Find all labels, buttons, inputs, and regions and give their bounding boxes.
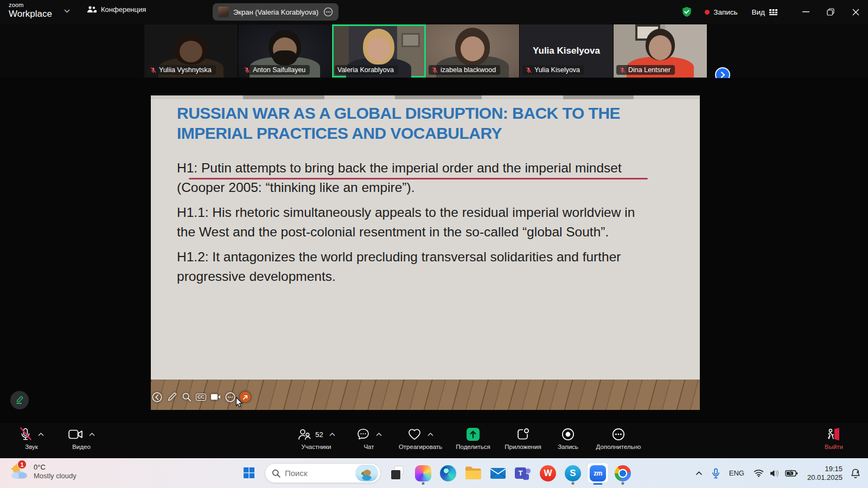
- slide-title: RUSSIAN WAR AS A GLOBAL DISRUPTION: BACK…: [177, 103, 671, 143]
- meeting-controls-bar: Звук Видео 52 Участники Чат: [0, 423, 868, 458]
- view-grid-icon: [769, 9, 778, 16]
- notification-bell-icon[interactable]: [851, 468, 860, 479]
- wifi-icon[interactable]: [754, 469, 764, 477]
- zoom-workplace-logo: zoom Workplace: [9, 2, 52, 18]
- windows-logo-icon: [243, 467, 255, 479]
- logo-workplace-text: Workplace: [9, 9, 52, 18]
- taskbar-app-teams[interactable]: T: [510, 461, 535, 485]
- close-button[interactable]: [843, 0, 868, 24]
- record-icon: [561, 427, 575, 441]
- muted-mic-icon: [525, 67, 532, 74]
- chat-icon: [356, 428, 370, 441]
- chrome-icon: [615, 465, 631, 481]
- people-icon: [87, 5, 97, 14]
- weather-icon: 1: [10, 462, 29, 480]
- copilot-icon: [415, 465, 431, 481]
- muted-mic-icon: [244, 67, 251, 74]
- video-strip: Yuliia Vyshnytska Anton Saifullayeu: [0, 24, 868, 78]
- chat-options-chevron[interactable]: [376, 433, 382, 436]
- more-button[interactable]: Дополнительно: [583, 426, 654, 450]
- logo-zoom-text: zoom: [9, 2, 52, 8]
- camera-icon[interactable]: [210, 392, 221, 402]
- audio-options-chevron[interactable]: [38, 433, 44, 436]
- recording-dot-icon: [705, 10, 710, 15]
- share-label: Поделиться: [456, 444, 490, 450]
- participant-tile[interactable]: izabela blackwood: [426, 24, 520, 78]
- start-button[interactable]: [241, 465, 257, 480]
- taskbar-search[interactable]: [265, 463, 381, 483]
- react-label: Отреагировать: [399, 444, 442, 450]
- teams-icon: T: [515, 465, 531, 481]
- video-button[interactable]: Видео: [46, 426, 117, 450]
- restore-icon: [827, 8, 834, 16]
- recording-label: Запись: [713, 8, 737, 16]
- muted-mic-icon: [431, 67, 438, 74]
- language-indicator[interactable]: ENG: [729, 469, 744, 477]
- participants-icon: [297, 428, 311, 441]
- more-icon: [611, 427, 626, 441]
- participant-name: Yuliia Vyshnytska: [159, 66, 212, 74]
- taskbar-app-copilot[interactable]: [411, 461, 436, 485]
- date: 20.01.2025: [807, 473, 843, 482]
- more-options-icon[interactable]: [323, 7, 333, 17]
- taskbar-app-skype[interactable]: S: [560, 461, 585, 485]
- battery-icon[interactable]: [785, 470, 798, 477]
- search-daily-image[interactable]: [355, 465, 378, 481]
- participant-nametag: Yulia Kiselyova: [522, 65, 584, 75]
- taskbar-app-chrome[interactable]: [610, 461, 635, 485]
- previous-slide-button[interactable]: [152, 392, 162, 402]
- weather-temp: 0°C: [34, 463, 76, 471]
- security-shield-icon[interactable]: [681, 6, 693, 18]
- taskbar-app-task-view[interactable]: [386, 461, 411, 485]
- slide-top-crop: [151, 95, 700, 99]
- taskbar-app-edge[interactable]: [436, 461, 461, 485]
- clock[interactable]: 19:15 20.01.2025: [807, 465, 843, 482]
- mail-icon: [490, 466, 506, 480]
- participant-tile[interactable]: Dina Lentsner: [614, 24, 707, 78]
- chevron-down-icon[interactable]: [64, 9, 70, 13]
- video-camera-icon: [68, 429, 83, 440]
- participant-tile-active-speaker[interactable]: Valeria Korablyova: [332, 24, 426, 78]
- tab-shared-screen-label: Экран (Valeria Korablyova): [233, 8, 319, 16]
- participant-tile[interactable]: Yuliia Vyshnytska: [144, 24, 238, 78]
- speaker-icon[interactable]: [769, 469, 780, 478]
- minimize-button[interactable]: [793, 0, 818, 24]
- title-bar: zoom Workplace Конференция Экран (Valeri…: [0, 0, 868, 24]
- participant-tile[interactable]: Anton Saifullayeu: [238, 24, 332, 78]
- taskbar-app-wps[interactable]: W: [535, 461, 560, 485]
- react-options-chevron[interactable]: [427, 433, 433, 436]
- taskbar-app-mail[interactable]: [486, 461, 510, 485]
- windows-taskbar: 1 0°C Mostly cloudy: [0, 458, 868, 488]
- search-icon: [272, 469, 280, 478]
- annotate-button[interactable]: [10, 391, 29, 409]
- participants-count: 52: [315, 431, 323, 439]
- taskbar-app-zoom-active[interactable]: zm: [585, 461, 610, 485]
- chat-label: Чат: [363, 444, 374, 450]
- view-label: Вид: [752, 8, 765, 16]
- participant-tile-video-off[interactable]: Yulia Kiselyova Yulia Kiselyova: [520, 24, 614, 78]
- share-screen-icon: [466, 427, 480, 441]
- taskbar-app-file-explorer[interactable]: [461, 461, 486, 485]
- tab-shared-screen[interactable]: Экран (Valeria Korablyova): [213, 3, 339, 21]
- weather-widget[interactable]: 1 0°C Mostly cloudy: [10, 462, 76, 480]
- zoom-tool-icon[interactable]: [181, 392, 192, 402]
- participant-nametag: Anton Saifullayeu: [241, 65, 310, 75]
- captions-icon[interactable]: CC: [196, 392, 206, 402]
- view-button[interactable]: Вид: [752, 8, 778, 16]
- restore-button[interactable]: [818, 0, 843, 24]
- video-options-chevron[interactable]: [89, 433, 95, 436]
- annotation-underline: [189, 178, 648, 179]
- file-explorer-icon: [464, 466, 482, 481]
- time: 19:15: [807, 465, 843, 473]
- task-view-icon: [390, 465, 407, 482]
- more-tools-icon[interactable]: [225, 392, 235, 402]
- search-input[interactable]: [285, 468, 351, 478]
- leave-button[interactable]: Выйти: [799, 426, 868, 450]
- leave-label: Выйти: [825, 444, 843, 450]
- hidden-icons-chevron[interactable]: [695, 471, 703, 476]
- pen-tool-icon[interactable]: [167, 392, 177, 402]
- record-label: Запись: [558, 444, 578, 450]
- recording-indicator[interactable]: Запись: [705, 8, 737, 16]
- tab-conference[interactable]: Конференция: [87, 5, 146, 14]
- tray-mic-icon[interactable]: [712, 468, 720, 479]
